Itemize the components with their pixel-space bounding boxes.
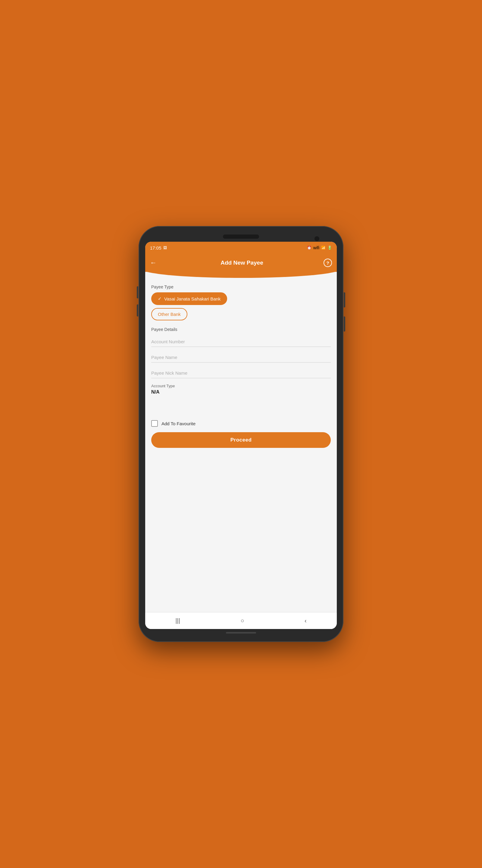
favourite-label: Add To Favourite — [161, 421, 195, 426]
recent-apps-icon[interactable]: ||| — [175, 617, 180, 624]
payee-details-label: Payee Details — [151, 327, 331, 332]
account-type-value: N/A — [151, 390, 331, 395]
payee-type-label: Payee Type — [151, 284, 331, 289]
status-bar: 17:05 🖼 ⏰ wifi 📶 🔋 — [145, 242, 337, 254]
gallery-icon: 🖼 — [163, 246, 167, 250]
signal-icon: 📶 — [321, 246, 326, 250]
phone-screen: 17:05 🖼 ⏰ wifi 📶 🔋 ← Add New Payee ? Pay… — [145, 242, 337, 629]
power-button — [344, 292, 345, 307]
back-nav-icon[interactable]: ‹ — [304, 617, 307, 624]
status-icons: ⏰ wifi 📶 🔋 — [307, 245, 332, 250]
vol-up-button — [137, 286, 138, 299]
alarm-icon: ⏰ — [307, 246, 312, 250]
app-bar: ← Add New Payee ? — [145, 254, 337, 272]
battery-icon: 🔋 — [327, 246, 332, 250]
home-icon[interactable]: ○ — [240, 617, 244, 624]
help-icon: ? — [326, 260, 329, 266]
vol-down-button — [137, 304, 138, 316]
account-number-input[interactable] — [151, 337, 331, 347]
other-bank-option[interactable]: Other Bank — [151, 308, 187, 320]
back-button[interactable]: ← — [150, 259, 157, 267]
favourite-checkbox[interactable] — [151, 420, 158, 427]
phone-bottom-bar — [226, 632, 256, 633]
account-type-label: Account Type — [151, 384, 331, 388]
payee-type-options: ✓ Vasai Janata Sahakari Bank Other Bank — [151, 292, 331, 320]
page-title: Add New Payee — [160, 259, 324, 266]
payee-nick-name-group — [151, 368, 331, 378]
phone-camera — [315, 236, 319, 241]
payee-name-input[interactable] — [151, 352, 331, 362]
phone-speaker — [223, 235, 259, 239]
nav-bar: ||| ○ ‹ — [145, 612, 337, 629]
vasai-bank-option[interactable]: ✓ Vasai Janata Sahakari Bank — [151, 292, 227, 305]
wifi-icon: wifi — [313, 245, 319, 250]
other-bank-label: Other Bank — [158, 312, 181, 317]
time-text: 17:05 — [150, 245, 161, 250]
phone-device: 17:05 🖼 ⏰ wifi 📶 🔋 ← Add New Payee ? Pay… — [138, 226, 344, 642]
check-icon: ✓ — [158, 296, 162, 301]
favourite-row[interactable]: Add To Favourite — [151, 420, 331, 427]
payee-nick-name-input[interactable] — [151, 368, 331, 378]
account-type-section: Account Type N/A — [151, 384, 331, 395]
account-number-group — [151, 337, 331, 347]
help-button[interactable]: ? — [324, 258, 332, 267]
proceed-label: Proceed — [230, 437, 252, 443]
vasai-bank-label: Vasai Janata Sahakari Bank — [164, 296, 221, 301]
proceed-button[interactable]: Proceed — [151, 432, 331, 448]
volume-button — [344, 316, 345, 332]
status-time: 17:05 🖼 — [150, 245, 167, 250]
payee-name-group — [151, 352, 331, 363]
main-content: Payee Type ✓ Vasai Janata Sahakari Bank … — [145, 276, 337, 612]
spacer — [151, 400, 331, 418]
